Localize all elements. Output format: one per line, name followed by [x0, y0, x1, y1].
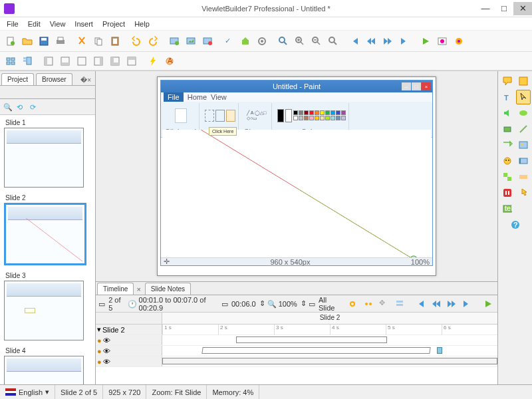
- balloon-tool[interactable]: [500, 74, 515, 88]
- tl-next-button[interactable]: [445, 296, 458, 312]
- image-tool[interactable]: [516, 138, 531, 152]
- close-button[interactable]: ✕: [513, 2, 532, 15]
- menu-view[interactable]: View: [46, 19, 70, 29]
- layout1-button[interactable]: [41, 53, 57, 69]
- tab-timeline-close[interactable]: ×: [134, 284, 143, 295]
- find-button[interactable]: [275, 33, 291, 49]
- line-tool[interactable]: [516, 122, 531, 136]
- tl-move-button[interactable]: ✥: [377, 296, 390, 312]
- stepper-icon[interactable]: ⇕: [301, 299, 307, 308]
- help-tool[interactable]: ?: [508, 217, 523, 232]
- tab-project[interactable]: Project: [1, 73, 34, 85]
- prev-button[interactable]: [363, 33, 379, 49]
- cut-button[interactable]: [74, 33, 90, 49]
- maximize-button[interactable]: □: [495, 2, 513, 15]
- pause-tool[interactable]: [500, 186, 515, 200]
- timeline-clip[interactable]: [162, 358, 497, 364]
- undo-button[interactable]: [128, 33, 144, 49]
- minimize-button[interactable]: —: [476, 2, 495, 15]
- layout2-button[interactable]: [57, 53, 73, 69]
- menu-help[interactable]: Help: [130, 19, 154, 29]
- flash-button[interactable]: [145, 53, 161, 69]
- layout6-button[interactable]: [124, 53, 140, 69]
- paint-status-size: 960 x 540px: [270, 258, 310, 266]
- thumbnail-slide-1[interactable]: Slide 1: [4, 119, 91, 188]
- panel-collapse-button[interactable]: ⟲: [15, 101, 27, 113]
- text-tool[interactable]: T: [500, 90, 515, 104]
- first-button[interactable]: [346, 33, 362, 49]
- tab-close-icon[interactable]: �×: [79, 75, 92, 85]
- timeline-track-header[interactable]: ▾Slide 2: [96, 325, 162, 334]
- next-button[interactable]: [380, 33, 396, 49]
- thumbnail-slide-3[interactable]: Slide 3: [4, 272, 91, 340]
- publish-web-button[interactable]: [451, 33, 467, 49]
- properties-button[interactable]: [254, 33, 270, 49]
- highlight-tool[interactable]: [516, 106, 531, 120]
- print-button[interactable]: [53, 33, 68, 49]
- publish-button[interactable]: [237, 33, 253, 49]
- menu-project[interactable]: Project: [98, 19, 129, 29]
- layout3-button[interactable]: [74, 53, 90, 69]
- stylesheet-button[interactable]: A: [162, 53, 178, 69]
- tab-timeline[interactable]: Timeline: [97, 283, 134, 295]
- new-button[interactable]: [3, 33, 19, 49]
- redo-button[interactable]: [145, 33, 161, 49]
- timeline[interactable]: Slide 2 ▾Slide 2 1 s2 s3 s4 s5 s6 s ●👁 ●…: [96, 313, 497, 384]
- cursor-tool[interactable]: [516, 90, 531, 104]
- tl-play-button[interactable]: [481, 296, 495, 312]
- layout5-button[interactable]: [107, 53, 123, 69]
- tl-align-button[interactable]: [393, 296, 406, 312]
- tab-slide-notes[interactable]: Slide Notes: [145, 283, 191, 295]
- shape-tool[interactable]: [500, 122, 515, 136]
- paste-button[interactable]: [107, 33, 123, 49]
- insert-image-button[interactable]: [183, 33, 199, 49]
- preview-button[interactable]: [418, 33, 434, 49]
- timeline-layer-3[interactable]: ●👁: [96, 356, 162, 366]
- timeline-marker[interactable]: [437, 347, 442, 354]
- timeline-clip[interactable]: [236, 336, 387, 343]
- stepper-icon[interactable]: ⇕: [259, 299, 265, 308]
- insert-slide-button[interactable]: [166, 33, 182, 49]
- arrow-tool[interactable]: [500, 138, 515, 152]
- last-button[interactable]: [396, 33, 412, 49]
- zoom-fit-button[interactable]: [325, 33, 341, 49]
- panel-expand-button[interactable]: ⟳: [28, 101, 40, 113]
- tl-link-button[interactable]: [346, 296, 360, 312]
- view-slides-button[interactable]: [3, 53, 19, 69]
- copy-button[interactable]: [90, 33, 106, 49]
- timeline-layer-2[interactable]: ●👁: [96, 346, 162, 356]
- menu-edit[interactable]: Edit: [24, 19, 45, 29]
- view-thumbs-button[interactable]: [19, 53, 35, 69]
- tab-browser[interactable]: Browser: [36, 73, 72, 85]
- movie-tool[interactable]: [516, 154, 531, 168]
- open-button[interactable]: [19, 33, 35, 49]
- spelling-button[interactable]: ✓: [221, 33, 237, 49]
- group-tool[interactable]: [500, 170, 515, 184]
- thumbnail-slide-4[interactable]: Slide 4: [4, 347, 91, 384]
- tl-last-button[interactable]: [460, 296, 473, 312]
- language-selector[interactable]: English▾: [0, 385, 55, 399]
- click-tool[interactable]: [516, 186, 531, 200]
- panel-refresh-button[interactable]: 🔍: [1, 101, 13, 113]
- svg-rect-61: [519, 142, 527, 148]
- timeline-layer-1[interactable]: ●👁: [96, 335, 162, 345]
- ungroup-tool[interactable]: [516, 170, 531, 184]
- save-button[interactable]: [36, 33, 52, 49]
- menu-file[interactable]: File: [3, 19, 23, 29]
- tl-prev-button[interactable]: [430, 296, 443, 312]
- zoom-in-button[interactable]: [292, 33, 308, 49]
- sound-tool[interactable]: [500, 106, 515, 120]
- capture-button[interactable]: [200, 33, 215, 49]
- menu-insert[interactable]: Insert: [70, 19, 97, 29]
- layout4-button[interactable]: [90, 53, 106, 69]
- zoom-out-button[interactable]: [309, 33, 325, 49]
- slide-canvas[interactable]: Untitled - Paint – □ × File Home View Cl: [96, 71, 497, 281]
- thumbnail-slide-2[interactable]: Slide 2: [4, 194, 91, 265]
- stamp-tool[interactable]: [500, 154, 515, 168]
- timeline-clip[interactable]: [202, 347, 431, 354]
- tl-link2-button[interactable]: [362, 296, 375, 312]
- preview-browser-button[interactable]: [434, 33, 450, 49]
- tl-first-button[interactable]: [414, 296, 427, 312]
- note-tool[interactable]: [516, 74, 531, 88]
- matte-tool[interactable]: tel: [500, 201, 515, 216]
